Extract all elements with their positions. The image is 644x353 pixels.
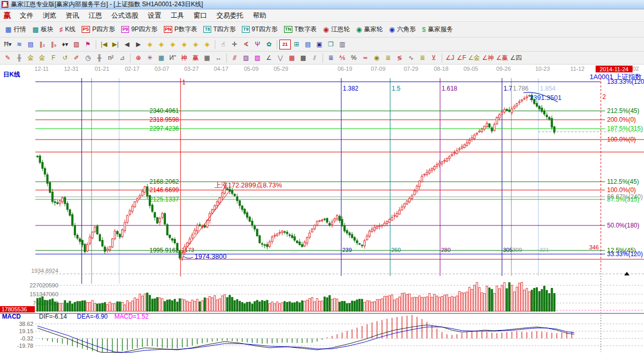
angle-measure-icon[interactable]: ∢ [240,40,252,49]
volume-bar [506,288,508,311]
tool-p-number-table[interactable]: PNP数字表 [161,24,201,35]
angle-four-icon[interactable]: ∠四 [509,53,523,63]
overlay-wave-icon[interactable]: ≋ [14,40,25,49]
prev-bar-icon[interactable]: ◀ [121,40,133,49]
percent-fraction-icon[interactable]: ⅍ [337,53,348,63]
diamond-left-icon[interactable]: ◈ [144,40,156,49]
menu-浏览[interactable]: 浏览 [38,10,61,21]
save-icon[interactable]: ▣ [314,40,325,49]
gold-lines-2-icon[interactable]: ≣ [417,53,428,63]
fan-purple-icon[interactable]: ▨ [240,53,252,63]
menu-公式选股[interactable]: 公式选股 [107,10,143,21]
target-icon[interactable]: ⊕ [133,53,144,63]
candle-style-icon[interactable]: ♦▾ [59,40,71,49]
bars-9-icon[interactable]: ∥₉ [48,40,59,49]
grid-lines-2-icon[interactable]: ╫ [94,53,105,63]
chart-type-icon[interactable]: Ħ▾ [2,40,14,49]
angle-f-icon[interactable]: ∠F [456,53,467,63]
fan-magenta-icon[interactable]: ▧ [252,53,263,63]
menu-资讯[interactable]: 资讯 [61,10,84,21]
hand-tool-icon[interactable]: ☝ [217,40,229,49]
tool-p-square[interactable]: PSP四方形 [79,24,118,35]
gold-square-icon[interactable]: 金 [25,53,36,63]
diamond-v-icon[interactable]: ◈ [178,40,190,49]
volume-bar [466,292,468,311]
n-square-icon[interactable]: n² [105,53,117,63]
black-grid-icon[interactable]: ▩ [298,53,309,63]
gold-circle-icon[interactable]: ◉ [371,53,382,63]
next-bar-icon[interactable]: ▶ [133,40,144,49]
angle-j-icon[interactable]: ∠J [444,53,456,63]
menu-工具[interactable]: 工具 [166,10,189,21]
cross-angle-icon[interactable]: ⊻ [428,53,440,63]
star-tool-icon[interactable]: ✳ [144,53,156,63]
percent-line-icon[interactable]: ≂ [359,53,371,63]
tool-quotes[interactable]: ▦行情 [2,24,29,35]
draw-pen-icon[interactable]: ✎ [2,53,14,63]
brain-tool-icon[interactable]: ✿ [263,40,275,49]
calendar-icon[interactable]: 21 [279,40,291,49]
angle-tool-icon[interactable]: ∠ [263,53,275,63]
tool-9t-square[interactable]: T99T四方形 [239,24,281,35]
tool-9p-square[interactable]: P99P四方形 [118,24,161,35]
gold-lines-icon[interactable]: ≣ [382,53,394,63]
red-grid-icon[interactable]: ▦ [286,53,298,63]
tool-t-number-table[interactable]: TNT数字表 [281,24,320,35]
spiral-icon[interactable]: ↺ [59,53,71,63]
diamond-expand-icon[interactable]: ◈ [201,40,213,49]
macd-title[interactable]: MACD [2,313,21,320]
v-tool-icon[interactable]: ⋁ [275,53,286,63]
diamond-all-icon[interactable]: ◈ [190,40,201,49]
period-label[interactable]: 日K线 [3,71,20,78]
last-bar-icon[interactable]: ▶| [110,40,121,49]
menu-文件[interactable]: 文件 [15,10,38,21]
tool-t-square[interactable]: T8T四方形 [200,24,239,35]
pattern-icon[interactable]: ▨ [71,40,82,49]
tool-hexagon[interactable]: ◉六角形 [386,24,419,35]
range-tool-icon[interactable]: ↔ [213,53,224,63]
menu-设置[interactable]: 设置 [143,10,166,21]
info-panel-icon[interactable]: ▤ [25,40,36,49]
tool-gann-wheel[interactable]: ◉江恩轮 [320,24,353,35]
angle-shen-icon[interactable]: ∠神 [481,53,495,63]
menu-江恩[interactable]: 江恩 [84,10,107,21]
gann-tool-icon[interactable]: Ψ [252,40,263,49]
tool-winner-wheel[interactable]: ◉赢家轮 [353,24,385,35]
time-clock-icon[interactable]: ◷ [82,53,94,63]
slope-tool-icon[interactable]: ≶ [394,53,405,63]
diamond-h-icon[interactable]: ◈ [167,40,178,49]
first-bar-icon[interactable]: |◀ [98,40,110,49]
web-grid-icon[interactable]: ▦ [156,53,167,63]
diamond-right-icon[interactable]: ◈ [156,40,167,49]
number-grid-icon[interactable]: ▦ [201,53,213,63]
chart-canvas[interactable]: 12-1112-3101-2102-1703-0703-2704-1705-09… [0,65,644,353]
menu-窗口[interactable]: 窗口 [189,10,212,21]
calculator-icon[interactable]: ⊞ [291,40,302,49]
win-square-icon[interactable]: 赢 [190,53,201,63]
gold-square-2-icon[interactable]: 金 [36,53,48,63]
wave-mark-icon[interactable]: И" [167,53,178,63]
menu-交易委托[interactable]: 交易委托 [212,10,248,21]
bars-3-icon[interactable]: ∥₃ [36,40,48,49]
flag-chart-icon[interactable]: ⚑ [82,40,94,49]
print-icon[interactable]: ▥ [337,40,348,49]
draw-pen-2-icon[interactable]: ✐ [71,53,82,63]
crosshair-icon[interactable]: ✛ [229,40,240,49]
grid-lines-icon[interactable]: ╫ [14,53,25,63]
notes-icon[interactable]: ▤ [302,40,314,49]
mirror-icon[interactable]: ⊿ [117,53,128,63]
shen-square-icon[interactable]: 神 [178,53,190,63]
tool-kline[interactable]: ♯K线 [57,24,79,35]
angle-gold-icon[interactable]: ∠金 [467,53,481,63]
stats-panel-icon[interactable]: ≣ [325,53,337,63]
export-icon[interactable]: ❐ [325,40,337,49]
f-square-icon[interactable]: F [48,53,59,63]
wave-tool-icon[interactable]: ∿ [405,53,417,63]
parallel-lines-icon[interactable]: ⫽ [309,53,320,63]
percent-icon[interactable]: % [348,53,359,63]
angle-win-icon[interactable]: ∠赢 [495,53,509,63]
menu-帮助[interactable]: 帮助 [248,10,271,21]
tool-winner-service[interactable]: $赢家服务 [419,24,456,35]
rays-icon[interactable]: ⫻ [229,53,240,63]
tool-sectors[interactable]: ▩板块 [29,24,56,35]
